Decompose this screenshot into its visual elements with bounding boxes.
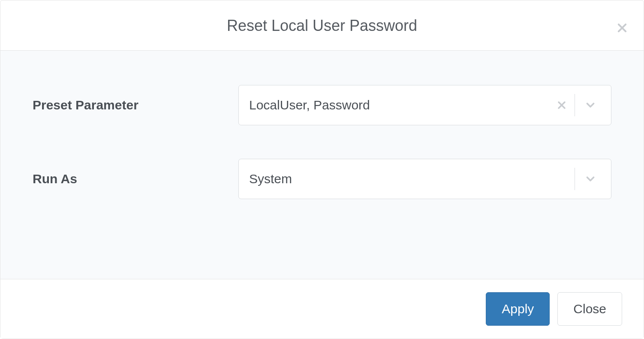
preset-parameter-select[interactable]: LocalUser, Password xyxy=(238,85,611,125)
modal-title: Reset Local User Password xyxy=(26,17,618,35)
select-divider xyxy=(575,168,575,190)
modal-dialog: Reset Local User Password Preset Paramet… xyxy=(0,0,644,339)
preset-parameter-select-wrap: LocalUser, Password xyxy=(238,85,611,125)
run-as-select-wrap: System xyxy=(238,159,611,199)
chevron-down-icon xyxy=(584,99,597,112)
modal-footer: Apply Close xyxy=(0,279,644,339)
chevron-down-icon xyxy=(584,173,597,185)
form-row-preset: Preset Parameter LocalUser, Password xyxy=(33,85,611,125)
select-controls xyxy=(572,159,601,199)
modal-header: Reset Local User Password xyxy=(0,0,644,51)
close-icon xyxy=(616,22,628,34)
modal-body: Preset Parameter LocalUser, Password xyxy=(0,51,644,279)
run-as-value: System xyxy=(249,172,572,186)
select-divider xyxy=(575,94,575,116)
form-row-runas: Run As System xyxy=(33,159,611,199)
apply-button[interactable]: Apply xyxy=(486,292,550,326)
run-as-label: Run As xyxy=(33,172,238,186)
preset-clear-button[interactable] xyxy=(551,95,572,115)
preset-caret-button[interactable] xyxy=(580,95,601,115)
preset-parameter-label: Preset Parameter xyxy=(33,98,238,112)
select-controls xyxy=(551,85,601,125)
runas-caret-button[interactable] xyxy=(580,169,601,189)
run-as-select[interactable]: System xyxy=(238,159,611,199)
close-icon-button[interactable] xyxy=(614,19,631,36)
close-button[interactable]: Close xyxy=(557,292,622,326)
preset-parameter-value: LocalUser, Password xyxy=(249,98,551,112)
clear-icon xyxy=(557,100,567,110)
